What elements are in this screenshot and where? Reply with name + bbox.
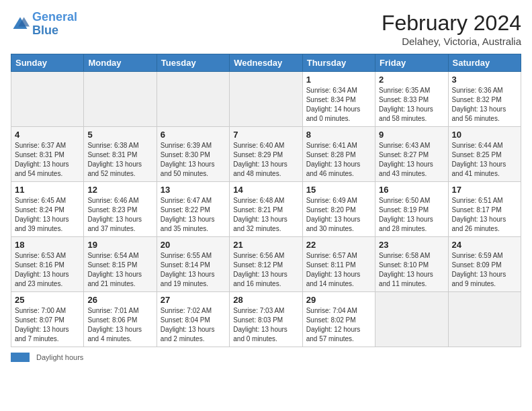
calendar-cell: 21Sunrise: 6:56 AM Sunset: 8:12 PM Dayli… (230, 237, 302, 292)
day-info: Sunrise: 6:53 AM Sunset: 8:16 PM Dayligh… (15, 251, 80, 289)
calendar-cell: 24Sunrise: 6:59 AM Sunset: 8:09 PM Dayli… (448, 237, 521, 292)
day-info: Sunrise: 6:37 AM Sunset: 8:31 PM Dayligh… (15, 141, 80, 179)
daylight-label: Daylight hours (36, 353, 83, 361)
day-number: 8 (306, 130, 371, 140)
day-info: Sunrise: 6:59 AM Sunset: 8:09 PM Dayligh… (452, 251, 517, 289)
day-info: Sunrise: 6:57 AM Sunset: 8:11 PM Dayligh… (306, 251, 371, 289)
day-info: Sunrise: 6:50 AM Sunset: 8:19 PM Dayligh… (379, 196, 444, 234)
day-number: 26 (87, 295, 152, 305)
calendar-table: Sunday Monday Tuesday Wednesday Thursday… (11, 54, 521, 347)
day-number: 13 (161, 185, 226, 195)
calendar-cell (84, 72, 157, 127)
day-number: 2 (379, 75, 444, 85)
col-monday: Monday (84, 54, 157, 72)
calendar-cell (375, 292, 448, 347)
logo-line2: Blue (32, 24, 58, 37)
calendar-cell: 11Sunrise: 6:45 AM Sunset: 8:24 PM Dayli… (11, 182, 84, 237)
calendar-cell: 16Sunrise: 6:50 AM Sunset: 8:19 PM Dayli… (375, 182, 448, 237)
calendar-cell: 17Sunrise: 6:51 AM Sunset: 8:17 PM Dayli… (448, 182, 521, 237)
day-number: 19 (87, 240, 152, 250)
day-number: 24 (452, 240, 517, 250)
day-info: Sunrise: 6:58 AM Sunset: 8:10 PM Dayligh… (379, 251, 444, 289)
col-tuesday: Tuesday (157, 54, 229, 72)
calendar-cell: 9Sunrise: 6:43 AM Sunset: 8:27 PM Daylig… (375, 127, 448, 182)
day-number: 14 (233, 185, 298, 195)
day-info: Sunrise: 6:39 AM Sunset: 8:30 PM Dayligh… (161, 141, 226, 179)
day-number: 10 (452, 130, 517, 140)
logo-icon (11, 15, 30, 34)
calendar-week-1: 1Sunrise: 6:34 AM Sunset: 8:34 PM Daylig… (11, 72, 521, 127)
day-number: 5 (87, 130, 152, 140)
day-number: 17 (452, 185, 517, 195)
day-info: Sunrise: 6:38 AM Sunset: 8:31 PM Dayligh… (87, 141, 152, 179)
day-info: Sunrise: 6:48 AM Sunset: 8:21 PM Dayligh… (233, 196, 298, 234)
logo-line1: General (32, 10, 77, 24)
calendar-cell (448, 292, 521, 347)
day-info: Sunrise: 6:34 AM Sunset: 8:34 PM Dayligh… (306, 86, 371, 124)
header-row: Sunday Monday Tuesday Wednesday Thursday… (11, 54, 521, 72)
calendar-cell: 20Sunrise: 6:55 AM Sunset: 8:14 PM Dayli… (157, 237, 229, 292)
month-year: February 2024 (382, 11, 521, 36)
calendar-cell: 12Sunrise: 6:46 AM Sunset: 8:23 PM Dayli… (84, 182, 157, 237)
calendar-cell: 13Sunrise: 6:47 AM Sunset: 8:22 PM Dayli… (157, 182, 229, 237)
day-number: 15 (306, 185, 371, 195)
calendar-cell (11, 72, 84, 127)
day-info: Sunrise: 6:36 AM Sunset: 8:32 PM Dayligh… (452, 86, 517, 124)
calendar-week-5: 25Sunrise: 7:00 AM Sunset: 8:07 PM Dayli… (11, 292, 521, 347)
calendar-cell: 1Sunrise: 6:34 AM Sunset: 8:34 PM Daylig… (302, 72, 375, 127)
day-number: 4 (15, 130, 80, 140)
day-number: 25 (15, 295, 80, 305)
col-thursday: Thursday (302, 54, 375, 72)
calendar-header: Sunday Monday Tuesday Wednesday Thursday… (11, 54, 521, 72)
calendar-week-3: 11Sunrise: 6:45 AM Sunset: 8:24 PM Dayli… (11, 182, 521, 237)
calendar-cell: 2Sunrise: 6:35 AM Sunset: 8:33 PM Daylig… (375, 72, 448, 127)
day-info: Sunrise: 6:43 AM Sunset: 8:27 PM Dayligh… (379, 141, 444, 179)
day-number: 29 (306, 295, 371, 305)
day-info: Sunrise: 6:54 AM Sunset: 8:15 PM Dayligh… (87, 251, 152, 289)
day-number: 28 (233, 295, 298, 305)
day-number: 16 (379, 185, 444, 195)
logo: General Blue (11, 11, 77, 38)
col-wednesday: Wednesday (230, 54, 302, 72)
col-sunday: Sunday (11, 54, 84, 72)
calendar-cell: 23Sunrise: 6:58 AM Sunset: 8:10 PM Dayli… (375, 237, 448, 292)
calendar-cell: 25Sunrise: 7:00 AM Sunset: 8:07 PM Dayli… (11, 292, 84, 347)
day-info: Sunrise: 6:41 AM Sunset: 8:28 PM Dayligh… (306, 141, 371, 179)
calendar-footer: Daylight hours (11, 353, 521, 362)
day-info: Sunrise: 7:01 AM Sunset: 8:06 PM Dayligh… (87, 306, 152, 344)
calendar-cell: 3Sunrise: 6:36 AM Sunset: 8:32 PM Daylig… (448, 72, 521, 127)
day-info: Sunrise: 6:55 AM Sunset: 8:14 PM Dayligh… (161, 251, 226, 289)
calendar-cell: 7Sunrise: 6:40 AM Sunset: 8:29 PM Daylig… (230, 127, 302, 182)
calendar-cell: 5Sunrise: 6:38 AM Sunset: 8:31 PM Daylig… (84, 127, 157, 182)
calendar-cell: 14Sunrise: 6:48 AM Sunset: 8:21 PM Dayli… (230, 182, 302, 237)
calendar-week-4: 18Sunrise: 6:53 AM Sunset: 8:16 PM Dayli… (11, 237, 521, 292)
calendar-cell: 19Sunrise: 6:54 AM Sunset: 8:15 PM Dayli… (84, 237, 157, 292)
calendar-cell: 27Sunrise: 7:02 AM Sunset: 8:04 PM Dayli… (157, 292, 229, 347)
day-number: 7 (233, 130, 298, 140)
day-info: Sunrise: 6:46 AM Sunset: 8:23 PM Dayligh… (87, 196, 152, 234)
calendar-cell: 18Sunrise: 6:53 AM Sunset: 8:16 PM Dayli… (11, 237, 84, 292)
day-info: Sunrise: 7:03 AM Sunset: 8:03 PM Dayligh… (233, 306, 298, 344)
calendar-cell: 6Sunrise: 6:39 AM Sunset: 8:30 PM Daylig… (157, 127, 229, 182)
day-info: Sunrise: 7:02 AM Sunset: 8:04 PM Dayligh… (161, 306, 226, 344)
day-number: 18 (15, 240, 80, 250)
calendar-cell: 15Sunrise: 6:49 AM Sunset: 8:20 PM Dayli… (302, 182, 375, 237)
day-number: 22 (306, 240, 371, 250)
day-number: 27 (161, 295, 226, 305)
day-info: Sunrise: 6:44 AM Sunset: 8:25 PM Dayligh… (452, 141, 517, 179)
day-number: 9 (379, 130, 444, 140)
day-info: Sunrise: 6:51 AM Sunset: 8:17 PM Dayligh… (452, 196, 517, 234)
day-info: Sunrise: 7:00 AM Sunset: 8:07 PM Dayligh… (15, 306, 80, 344)
calendar-cell: 10Sunrise: 6:44 AM Sunset: 8:25 PM Dayli… (448, 127, 521, 182)
calendar-cell (230, 72, 302, 127)
calendar-cell: 29Sunrise: 7:04 AM Sunset: 8:02 PM Dayli… (302, 292, 375, 347)
day-number: 11 (15, 185, 80, 195)
day-info: Sunrise: 6:47 AM Sunset: 8:22 PM Dayligh… (161, 196, 226, 234)
page-header: General Blue February 2024 Delahey, Vict… (11, 11, 521, 47)
day-info: Sunrise: 6:49 AM Sunset: 8:20 PM Dayligh… (306, 196, 371, 234)
day-number: 20 (161, 240, 226, 250)
calendar-cell (157, 72, 229, 127)
col-saturday: Saturday (448, 54, 521, 72)
day-info: Sunrise: 6:35 AM Sunset: 8:33 PM Dayligh… (379, 86, 444, 124)
calendar-cell: 22Sunrise: 6:57 AM Sunset: 8:11 PM Dayli… (302, 237, 375, 292)
